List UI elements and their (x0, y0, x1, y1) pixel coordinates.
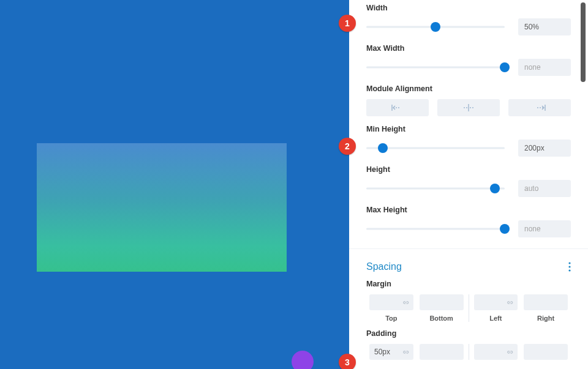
spacing-title: Spacing (366, 261, 402, 272)
callout-3: 3 (339, 354, 356, 369)
padding-label: Padding (366, 329, 571, 338)
link-icon[interactable] (402, 299, 410, 307)
align-center-button[interactable] (437, 99, 500, 116)
spacing-section-header[interactable]: Spacing (349, 248, 588, 280)
padding-bottom-input[interactable] (420, 344, 464, 360)
svg-point-7 (568, 262, 570, 264)
padding-group: Padding 50px (366, 329, 571, 360)
link-icon[interactable] (506, 299, 514, 307)
width-control: Width 50% (366, 4, 571, 35)
align-center-icon (462, 104, 475, 111)
svg-point-9 (568, 269, 570, 271)
spacing-more-icon[interactable] (568, 262, 571, 272)
margin-bottom-sub: Bottom (417, 315, 467, 322)
margin-right-input[interactable] (524, 294, 568, 310)
max-height-control: Max Height none (366, 206, 571, 237)
max-height-value-input[interactable]: none (518, 220, 571, 237)
align-right-icon (533, 104, 546, 111)
slider-thumb[interactable] (378, 143, 388, 153)
max-width-control: Max Width none (366, 44, 571, 76)
margin-right-sub: Right (521, 315, 571, 322)
margin-left-sub: Left (471, 315, 521, 322)
slider-thumb[interactable] (490, 184, 500, 193)
min-height-label: Min Height (366, 125, 571, 133)
module-preview (37, 143, 287, 272)
margin-label: Margin (366, 280, 571, 288)
min-height-value-input[interactable]: 200px (518, 140, 571, 157)
height-value-input[interactable]: auto (518, 180, 571, 197)
canvas-area (0, 0, 349, 369)
margin-left-input[interactable] (474, 294, 518, 310)
margin-bottom-input[interactable] (420, 294, 464, 310)
max-width-label: Max Width (366, 44, 571, 53)
slider-thumb[interactable] (500, 224, 510, 234)
width-label: Width (366, 4, 571, 12)
module-alignment-label: Module Alignment (366, 84, 571, 93)
align-left-button[interactable] (366, 99, 429, 116)
max-height-label: Max Height (366, 206, 571, 214)
width-value-input[interactable]: 50% (518, 18, 571, 35)
link-icon[interactable] (506, 348, 514, 356)
max-width-slider[interactable] (366, 61, 505, 73)
width-slider[interactable] (366, 21, 505, 33)
settings-panel: Width 50% Max Width none Module (349, 0, 588, 369)
callout-2: 2 (339, 138, 356, 155)
padding-left-input[interactable] (474, 344, 518, 360)
min-height-control: Min Height 200px (366, 125, 571, 157)
align-left-icon (391, 104, 404, 111)
align-right-button[interactable] (508, 99, 571, 116)
max-width-value-input[interactable]: none (518, 59, 571, 76)
margin-divider (469, 294, 469, 322)
padding-top-input[interactable]: 50px (369, 344, 413, 360)
height-label: Height (366, 165, 571, 174)
height-control: Height auto (366, 165, 571, 197)
callout-1: 1 (339, 15, 356, 32)
max-height-slider[interactable] (366, 223, 505, 235)
slider-thumb[interactable] (431, 22, 440, 32)
margin-top-sub: Top (366, 315, 417, 322)
slider-thumb[interactable] (500, 62, 510, 72)
margin-group: Margin Top Bottom (366, 280, 571, 322)
margin-top-input[interactable] (369, 294, 413, 310)
link-icon[interactable] (402, 348, 410, 356)
min-height-slider[interactable] (366, 142, 505, 154)
padding-divider (469, 344, 469, 360)
padding-right-input[interactable] (524, 344, 568, 360)
height-slider[interactable] (366, 182, 505, 195)
add-module-button[interactable] (292, 351, 314, 369)
svg-point-8 (568, 266, 570, 267)
module-alignment-control: Module Alignment (366, 84, 571, 116)
